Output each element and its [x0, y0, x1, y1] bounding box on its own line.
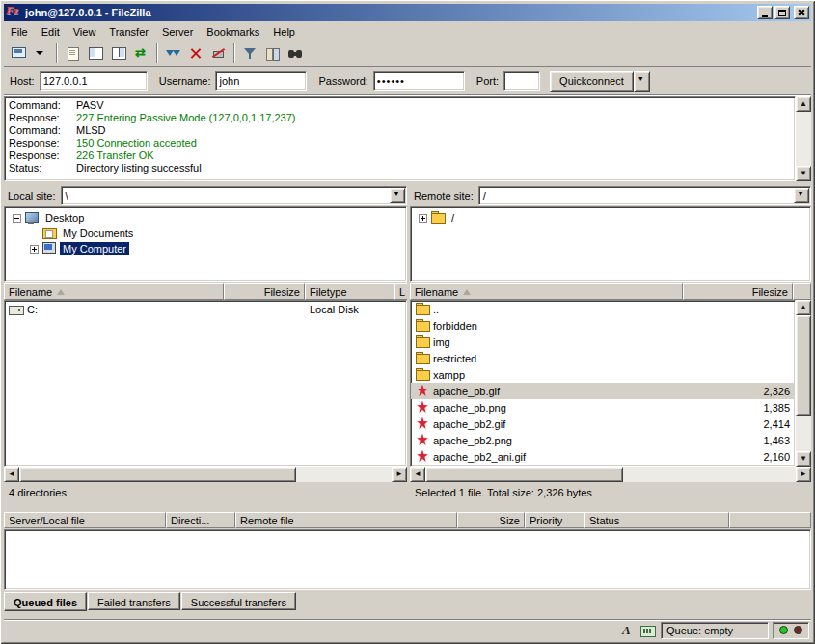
local-site-dropdown-button[interactable] — [390, 188, 405, 203]
cell-filesize — [225, 301, 306, 317]
cell-filename: restricted — [411, 350, 684, 366]
refresh-button[interactable] — [130, 42, 153, 65]
plus-expander-icon[interactable] — [30, 245, 39, 254]
local-site-combobox[interactable]: \ — [61, 186, 407, 205]
transfer-type-icon[interactable] — [618, 623, 636, 638]
scroll-right-button[interactable] — [796, 467, 811, 482]
title-bar[interactable]: john@127.0.0.1 - FileZilla — [4, 4, 811, 21]
tab-queued-files[interactable]: Queued files — [4, 592, 87, 611]
tree-item-my-documents[interactable]: My Documents — [5, 226, 406, 241]
file-row-restricted[interactable]: restricted — [411, 350, 795, 366]
quickconnect-button[interactable]: Quickconnect — [550, 71, 634, 92]
column-header-filetype[interactable]: Filetype — [305, 283, 394, 300]
log-line-text: PASV — [76, 99, 104, 111]
maximize-button[interactable] — [774, 6, 790, 19]
tree-item-item[interactable]: / — [411, 210, 810, 226]
column-header-size[interactable]: Size — [457, 512, 525, 528]
remote-site-combobox[interactable]: / — [478, 186, 811, 205]
tree-item-my-computer[interactable]: My Computer — [5, 241, 406, 256]
scrollbar-thumb[interactable] — [19, 467, 296, 482]
scroll-right-button[interactable] — [392, 467, 407, 482]
scroll-left-button[interactable] — [4, 467, 19, 482]
tab-failed-transfers[interactable]: Failed transfers — [88, 592, 180, 610]
file-row-parent-directory[interactable]: .. — [411, 301, 795, 317]
file-row-apache-pb2-ani-gif[interactable]: apache_pb2_ani.gif2,160 — [411, 448, 795, 465]
site-manager-dropdown-button[interactable] — [30, 42, 53, 65]
compare-button[interactable] — [261, 42, 285, 65]
toggle-remote-tree-button[interactable] — [107, 42, 130, 65]
toggle-local-tree-button[interactable] — [84, 42, 107, 65]
menu-item-file[interactable]: File — [4, 24, 35, 40]
menu-item-bookmarks[interactable]: Bookmarks — [200, 24, 266, 40]
username-input[interactable] — [215, 71, 307, 91]
log-scrollbar[interactable] — [796, 96, 811, 181]
remote-list-scrollbar[interactable] — [796, 300, 811, 467]
file-row-forbidden[interactable]: forbidden — [411, 317, 795, 334]
speed-limit-icon[interactable] — [639, 623, 657, 638]
filter-button[interactable] — [238, 42, 261, 65]
disconnect-button[interactable] — [207, 42, 231, 65]
tree-item-desktop[interactable]: Desktop — [5, 210, 406, 226]
toggle-message-log-button[interactable] — [61, 42, 84, 65]
log-line: Command:PASV — [9, 99, 791, 112]
tab-successful-transfers[interactable]: Successful transfers — [181, 592, 296, 610]
file-row-apache-pb2-png[interactable]: apache_pb2.png1,463 — [411, 432, 795, 448]
find-button[interactable] — [285, 42, 308, 65]
quickconnect-dropdown-button[interactable] — [634, 71, 650, 92]
password-label: Password: — [318, 75, 367, 87]
column-header-directi[interactable]: Directi... — [166, 512, 235, 528]
minus-expander-icon[interactable] — [13, 214, 21, 223]
tree-item-label: My Computer — [60, 242, 129, 255]
local-list-horizontal-scrollbar[interactable] — [4, 467, 407, 482]
column-header-filesize[interactable]: Filesize — [224, 283, 305, 300]
cell-text: apache_pb2.png — [433, 435, 512, 446]
menu-item-server[interactable]: Server — [155, 24, 200, 40]
file-row-c[interactable]: C:Local Disk — [5, 301, 406, 317]
local-site-label: Local site: — [4, 190, 61, 201]
desktop-icon — [24, 211, 40, 225]
scroll-up-button[interactable] — [796, 96, 811, 112]
file-row-xampp[interactable]: xampp — [411, 366, 795, 383]
log-line-label: Response: — [9, 137, 76, 149]
cell-filesize: 2,160 — [684, 448, 794, 465]
plus-expander-icon[interactable] — [419, 214, 427, 223]
menu-item-view[interactable]: View — [67, 24, 103, 40]
password-input[interactable] — [373, 71, 465, 91]
file-row-apache-pb-gif[interactable]: apache_pb.gif2,326 — [411, 383, 795, 399]
column-header-filename[interactable]: Filename — [4, 283, 224, 300]
column-header-status[interactable]: Status — [584, 512, 729, 528]
scroll-down-button[interactable] — [796, 451, 811, 467]
scroll-left-button[interactable] — [410, 467, 425, 482]
minimize-button[interactable] — [757, 6, 773, 19]
refresh-icon — [134, 46, 149, 60]
process-queue-button[interactable] — [161, 42, 184, 65]
log-line-text: 227 Entering Passive Mode (127,0,0,1,17,… — [76, 112, 295, 123]
column-header-remote-file[interactable]: Remote file — [235, 512, 457, 528]
host-input[interactable] — [40, 71, 148, 91]
cell-text: apache_pb.gif — [433, 386, 500, 397]
menu-item-edit[interactable]: Edit — [35, 24, 67, 40]
file-row-apache-pb2-gif[interactable]: apache_pb2.gif2,414 — [411, 416, 795, 432]
folder-icon — [415, 303, 430, 316]
close-button[interactable] — [794, 6, 809, 19]
file-row-apache-pb-png[interactable]: apache_pb.png1,385 — [411, 399, 795, 416]
column-header-filename[interactable]: Filename — [410, 283, 683, 300]
compare-icon — [265, 46, 281, 60]
menu-item-help[interactable]: Help — [266, 24, 302, 40]
column-header-filler — [793, 283, 811, 300]
column-header-filesize[interactable]: Filesize — [683, 283, 793, 300]
column-header-server-local-file[interactable]: Server/Local file — [4, 512, 166, 528]
remote-list-horizontal-scrollbar[interactable] — [410, 467, 811, 482]
remote-site-dropdown-button[interactable] — [794, 188, 809, 203]
scroll-down-button[interactable] — [796, 166, 811, 181]
menu-item-transfer[interactable]: Transfer — [102, 24, 155, 40]
scroll-up-button[interactable] — [796, 300, 811, 315]
scrollbar-thumb[interactable] — [425, 467, 623, 482]
site-manager-button[interactable] — [7, 42, 30, 65]
file-row-img[interactable]: img — [411, 334, 795, 350]
scrollbar-thumb[interactable] — [796, 315, 811, 416]
column-header-priority[interactable]: Priority — [525, 512, 584, 528]
cancel-button[interactable] — [184, 42, 207, 65]
column-header-l[interactable]: L — [394, 283, 407, 300]
port-input[interactable] — [503, 71, 540, 91]
